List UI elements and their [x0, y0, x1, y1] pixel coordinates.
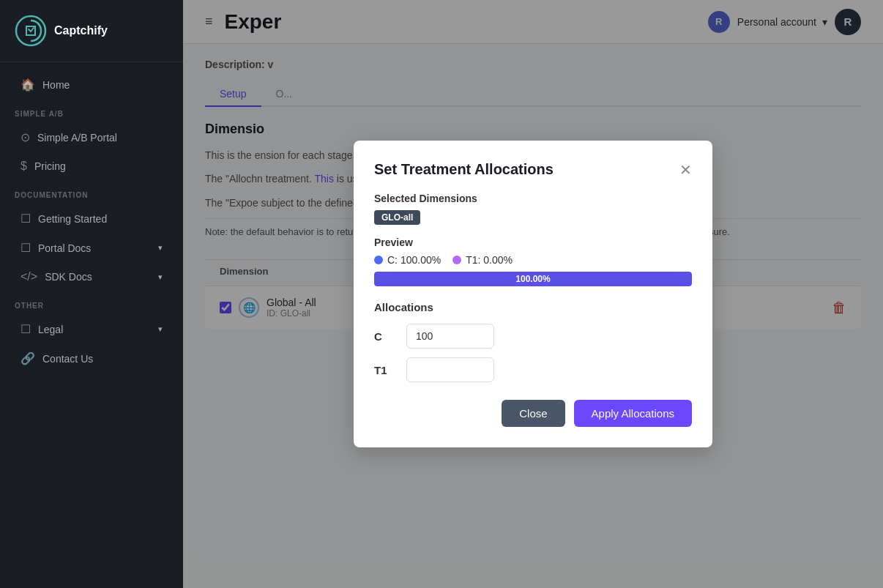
sidebar-item-sdk-docs[interactable]: </> SDK Docs ▾: [6, 263, 177, 291]
allocations-label: Allocations: [374, 301, 692, 313]
chevron-down-icon-sdk: ▾: [158, 272, 163, 282]
legend-dot-t1: [452, 256, 461, 264]
getting-started-icon: ☐: [21, 212, 31, 226]
sidebar-section-documentation: DOCUMENTATION: [0, 181, 183, 204]
allocation-input-t1[interactable]: [406, 357, 494, 382]
chevron-down-icon: ▾: [158, 243, 163, 253]
sdk-docs-icon: </>: [21, 270, 37, 283]
pricing-icon: $: [21, 160, 27, 173]
sidebar-item-portal-docs-label: Portal Docs: [38, 242, 91, 254]
allocation-key-c: C: [374, 330, 396, 343]
sidebar-item-legal[interactable]: ☐ Legal ▾: [6, 315, 177, 343]
preview-label: Preview: [374, 237, 692, 248]
modal-close-button[interactable]: ✕: [679, 163, 692, 177]
sidebar: Captchify 🏠 Home SIMPLE A/B ⊙ Simple A/B…: [0, 0, 183, 588]
sidebar-section-other: OTHER: [0, 291, 183, 314]
modal-title: Set Treatment Allocations: [374, 161, 554, 178]
home-icon: 🏠: [21, 78, 35, 92]
logo-text: Captchify: [54, 24, 108, 37]
sidebar-item-getting-started-label: Getting Started: [38, 213, 107, 225]
allocation-key-t1: T1: [374, 364, 396, 376]
sidebar-item-sdk-docs-label: SDK Docs: [45, 271, 92, 283]
selected-dimensions-label: Selected Dimensions: [374, 193, 692, 204]
sidebar-item-contact-us[interactable]: 🔗 Contact Us: [6, 344, 177, 373]
portal-docs-icon: ☐: [21, 241, 31, 255]
main-content: ≡ Exper R Personal account ▾ R Descripti…: [183, 0, 883, 588]
chevron-down-icon-legal: ▾: [158, 324, 163, 334]
sidebar-item-legal-label: Legal: [38, 324, 63, 335]
portal-icon: ⊙: [21, 130, 30, 144]
contact-icon: 🔗: [21, 351, 35, 365]
dimension-badge: GLO-all: [374, 210, 420, 225]
sidebar-item-portal-label: Simple A/B Portal: [37, 132, 117, 144]
preview-legend: C: 100.00% T1: 0.00%: [374, 254, 692, 266]
legal-icon: ☐: [21, 322, 31, 336]
legend-item-t1: T1: 0.00%: [452, 254, 513, 266]
modal-overlay: Set Treatment Allocations ✕ Selected Dim…: [183, 0, 883, 588]
progress-bar-label: 100.00%: [515, 274, 550, 284]
progress-bar-fill: 100.00%: [374, 272, 692, 286]
sidebar-item-simple-ab-portal[interactable]: ⊙ Simple A/B Portal: [6, 123, 177, 152]
sidebar-item-home-label: Home: [42, 79, 70, 91]
sidebar-item-portal-docs[interactable]: ☐ Portal Docs ▾: [6, 234, 177, 262]
legend-dot-c: [374, 256, 383, 264]
sidebar-item-home[interactable]: 🏠 Home: [6, 70, 177, 99]
progress-bar: 100.00%: [374, 272, 692, 286]
legend-item-c: C: 100.00%: [374, 254, 441, 266]
sidebar-item-getting-started[interactable]: ☐ Getting Started: [6, 204, 177, 233]
close-button[interactable]: Close: [502, 400, 565, 427]
sidebar-item-pricing-label: Pricing: [34, 160, 66, 172]
modal-set-treatment: Set Treatment Allocations ✕ Selected Dim…: [354, 141, 712, 447]
allocation-row-c: C: [374, 324, 692, 349]
legend-label-t1: T1: 0.00%: [466, 254, 513, 266]
sidebar-item-contact-us-label: Contact Us: [42, 353, 93, 365]
sidebar-section-simple-ab: SIMPLE A/B: [0, 100, 183, 122]
captchify-logo-icon: [15, 15, 47, 47]
modal-footer: Close Apply Allocations: [374, 400, 692, 427]
sidebar-navigation: 🏠 Home SIMPLE A/B ⊙ Simple A/B Portal $ …: [0, 62, 183, 588]
legend-label-c: C: 100.00%: [387, 254, 441, 266]
allocation-row-t1: T1: [374, 357, 692, 382]
apply-allocations-button[interactable]: Apply Allocations: [574, 400, 692, 427]
modal-header: Set Treatment Allocations ✕: [374, 161, 692, 178]
sidebar-logo: Captchify: [0, 0, 183, 62]
sidebar-item-pricing[interactable]: $ Pricing: [6, 152, 177, 180]
allocation-input-c[interactable]: [406, 324, 494, 349]
